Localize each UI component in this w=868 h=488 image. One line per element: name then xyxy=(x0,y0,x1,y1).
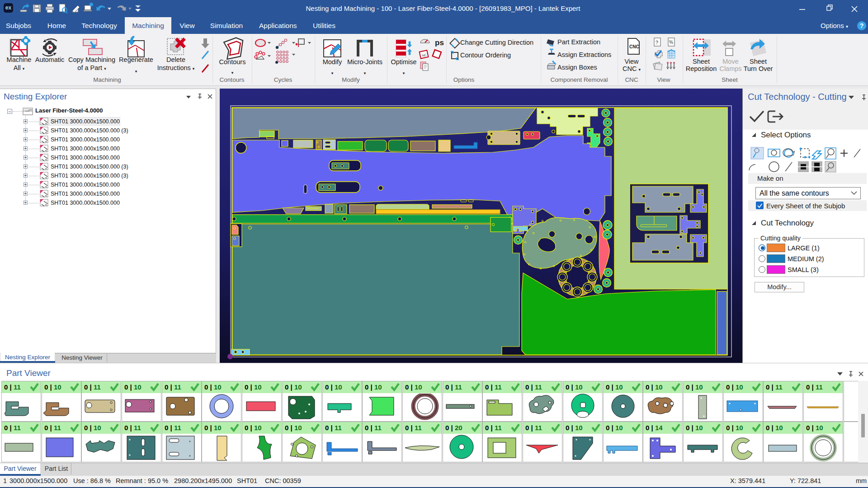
svg-text:CNC: CNC xyxy=(629,44,639,49)
svg-text:ps: ps xyxy=(435,38,444,47)
svg-text:%: % xyxy=(669,40,673,45)
svg-text:?: ? xyxy=(656,40,658,45)
